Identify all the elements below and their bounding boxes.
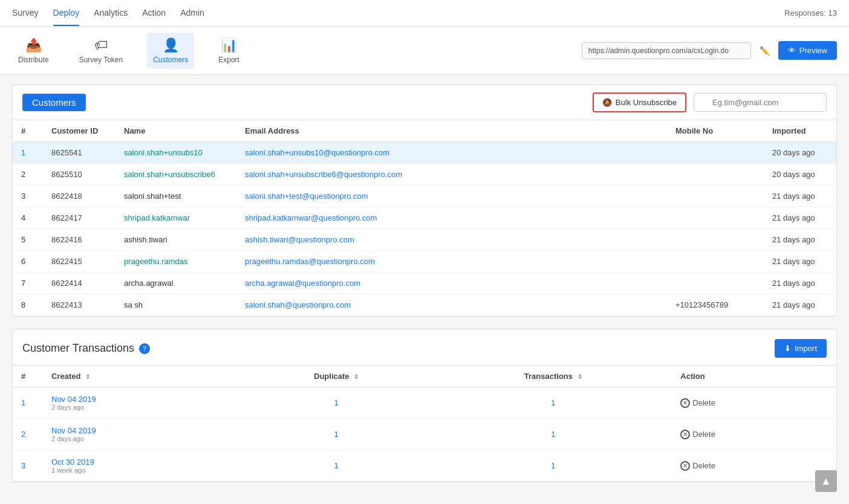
row-mobile	[667, 207, 764, 229]
row-imported: 21 days ago	[764, 229, 836, 251]
url-input[interactable]	[582, 42, 751, 59]
survey-token-label: Survey Token	[79, 56, 123, 64]
customers-table-body: 1 8625541 saloni.shah+unsubs10 saloni.sh…	[13, 142, 836, 316]
customers-table: # Customer ID Name Email Address Mobile …	[13, 120, 836, 316]
import-icon: ⬇	[784, 344, 791, 353]
nav-admin[interactable]: Admin	[180, 1, 204, 26]
import-button[interactable]: ⬇ Import	[775, 339, 827, 358]
toolbar-items: 📤 Distribute 🏷 Survey Token 👤 Customers …	[12, 33, 246, 69]
row-imported: 21 days ago	[764, 186, 836, 207]
row-customer-id: 8622416	[43, 229, 115, 251]
toolbar-survey-token[interactable]: 🏷 Survey Token	[73, 33, 129, 69]
transactions-title: Customer Transactions ?	[22, 342, 150, 355]
delete-icon: ✕	[680, 430, 690, 439]
row-mobile	[667, 164, 764, 186]
scroll-to-top-button[interactable]: ▲	[815, 470, 837, 492]
table-row: 1 Nov 04 2019 2 days ago 1 1 ✕ Delete	[13, 387, 836, 419]
edit-url-icon[interactable]: ✏️	[757, 44, 772, 58]
export-icon: 📊	[221, 37, 237, 53]
main-content: Customers 🔕 Bulk Unsubscribe 🔍 # Custome…	[0, 75, 849, 492]
delete-button[interactable]: ✕ Delete	[680, 398, 828, 408]
row-email[interactable]: saloni.shah+unsubscribe6@questionpro.com	[236, 164, 667, 186]
created-label: Created	[51, 372, 80, 381]
row-customer-id: 8625541	[43, 142, 115, 164]
preview-button[interactable]: 👁 Preview	[778, 41, 837, 60]
duplicate-sort-icon[interactable]: ⇕	[354, 373, 359, 380]
table-row: 8 8622413 sa sh saloni.shah@questionpro.…	[13, 294, 836, 316]
transactions-title-text: Customer Transactions	[22, 342, 134, 355]
customers-section: Customers 🔕 Bulk Unsubscribe 🔍 # Custome…	[12, 85, 837, 317]
transactions-table-body: 1 Nov 04 2019 2 days ago 1 1 ✕ Delete 2 …	[13, 387, 836, 482]
duplicate-label: Duplicate	[314, 372, 350, 381]
nav-survey[interactable]: Survey	[12, 1, 39, 26]
col-imported: Imported	[764, 120, 836, 142]
row-email[interactable]: archa.agrawal@questionpro.com	[236, 273, 667, 294]
row-email[interactable]: saloni.shah@questionpro.com	[236, 294, 667, 316]
table-row: 1 8625541 saloni.shah+unsubs10 saloni.sh…	[13, 142, 836, 164]
txn-row-transactions: 1	[434, 450, 672, 482]
table-row: 3 8622418 saloni.shah+test saloni.shah+t…	[13, 186, 836, 207]
row-imported: 21 days ago	[764, 251, 836, 273]
row-imported: 21 days ago	[764, 207, 836, 229]
row-email[interactable]: shripad.katkamwar@questionpro.com	[236, 207, 667, 229]
row-email[interactable]: ashish.tiwari@questionpro.com	[236, 229, 667, 251]
preview-eye-icon: 👁	[788, 46, 796, 55]
txn-row-action: ✕ Delete	[672, 419, 836, 450]
row-mobile: +10123456789	[667, 294, 764, 316]
nav-deploy[interactable]: Deploy	[53, 1, 80, 26]
created-sort-icon[interactable]: ⇕	[85, 373, 90, 380]
row-num: 2	[13, 164, 43, 186]
delete-button[interactable]: ✕ Delete	[680, 430, 828, 439]
nav-action[interactable]: Action	[142, 1, 166, 26]
bulk-unsubscribe-button[interactable]: 🔕 Bulk Unsubscribe	[593, 92, 686, 112]
col-customer-id: Customer ID	[43, 120, 115, 142]
toolbar-distribute[interactable]: 📤 Distribute	[12, 33, 55, 69]
txn-row-transactions: 1	[434, 387, 672, 419]
created-sub: 2 days ago	[51, 404, 230, 411]
txn-row-num: 3	[13, 450, 43, 482]
col-email: Email Address	[236, 120, 667, 142]
toolbar-export[interactable]: 📊 Export	[212, 33, 246, 69]
table-row: 2 8625510 saloni.shah+unsubscribe6 salon…	[13, 164, 836, 186]
txn-row-duplicate: 1	[238, 450, 434, 482]
txn-row-action: ✕ Delete	[672, 450, 836, 482]
row-email[interactable]: prageethu.ramdas@questionpro.com	[236, 251, 667, 273]
distribute-label: Distribute	[18, 56, 49, 64]
txn-row-created: Oct 30 2019 1 week ago	[43, 450, 238, 482]
distribute-icon: 📤	[25, 37, 42, 53]
table-row: 5 8622416 ashish.tiwari ashish.tiwari@qu…	[13, 229, 836, 251]
export-label: Export	[218, 56, 239, 64]
transactions-section: Customer Transactions ? ⬇ Import # Creat…	[12, 329, 837, 482]
transactions-table: # Created ⇕ Duplicate ⇕ Transactions ⇕ A…	[13, 365, 836, 482]
customer-search-input[interactable]	[694, 93, 827, 112]
created-date: Nov 04 2019	[51, 395, 230, 404]
txn-col-created: Created ⇕	[43, 366, 238, 387]
row-customer-id: 8622417	[43, 207, 115, 229]
txn-row-duplicate: 1	[238, 419, 434, 450]
created-date: Nov 04 2019	[51, 426, 230, 435]
nav-analytics[interactable]: Analytics	[94, 1, 128, 26]
col-name: Name	[115, 120, 236, 142]
row-customer-id: 8622414	[43, 273, 115, 294]
transactions-sort-icon[interactable]: ⇕	[577, 373, 582, 380]
delete-button[interactable]: ✕ Delete	[680, 461, 828, 471]
row-name: saloni.shah+unsubscribe6	[115, 164, 236, 186]
survey-token-icon: 🏷	[94, 37, 108, 53]
row-num: 1	[13, 142, 43, 164]
row-imported: 21 days ago	[764, 273, 836, 294]
toolbar-right: ✏️ 👁 Preview	[582, 41, 837, 60]
created-date: Oct 30 2019	[51, 457, 230, 467]
help-icon[interactable]: ?	[139, 343, 150, 354]
txn-col-action: Action	[672, 366, 836, 387]
table-row: 6 8622415 prageethu.ramdas prageethu.ram…	[13, 251, 836, 273]
table-row: 7 8622414 archa.agrawal archa.agrawal@qu…	[13, 273, 836, 294]
row-num: 4	[13, 207, 43, 229]
row-num: 3	[13, 186, 43, 207]
toolbar-customers[interactable]: 👤 Customers	[147, 33, 194, 69]
row-email[interactable]: saloni.shah+unsubs10@questionpro.com	[236, 142, 667, 164]
row-email[interactable]: saloni.shah+test@questionpro.com	[236, 186, 667, 207]
row-imported: 20 days ago	[764, 164, 836, 186]
row-imported: 21 days ago	[764, 294, 836, 316]
nav-items: Survey Deploy Analytics Action Admin	[12, 1, 204, 26]
row-mobile	[667, 229, 764, 251]
